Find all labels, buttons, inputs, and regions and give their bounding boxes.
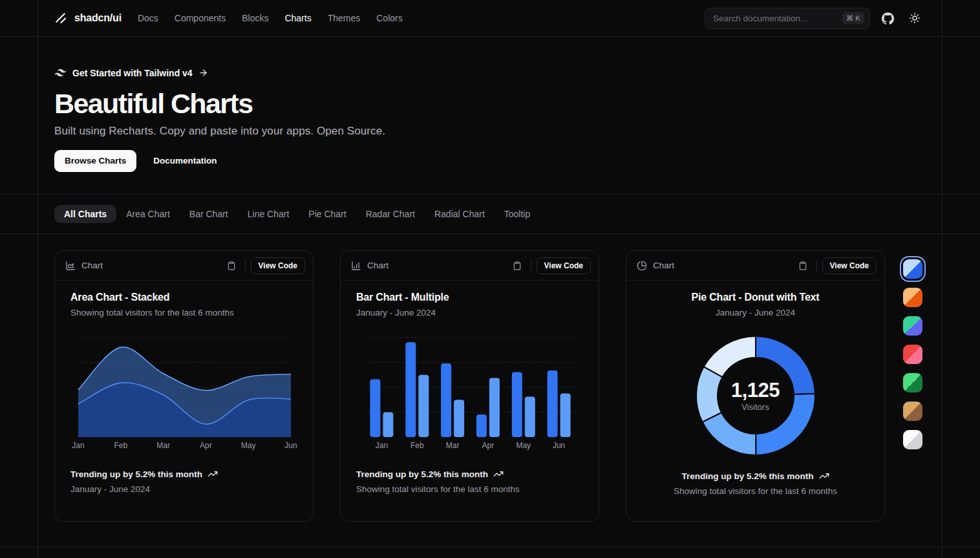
card-title: Area Chart - Stacked xyxy=(70,292,297,303)
theme-swatch-orange[interactable] xyxy=(903,288,922,307)
brand-name: shadcn/ui xyxy=(74,12,122,24)
header-actions: ⌘ K xyxy=(705,8,924,29)
tab-line-chart[interactable]: Line Chart xyxy=(238,205,299,223)
card-footer: Trending up by 5.2% this month January -… xyxy=(70,469,297,494)
chart-card-pie: Chart View Code Pie Chart - Donut with T… xyxy=(626,250,885,522)
chart-card-bar: Chart View Code Bar Chart - Multiple Jan… xyxy=(340,250,599,522)
card-footer: Trending up by 5.2% this month Showing t… xyxy=(642,471,869,496)
site-header: shadcn/ui Docs Components Blocks Charts … xyxy=(0,0,980,37)
svg-text:Mar: Mar xyxy=(446,441,460,450)
tab-radar-chart[interactable]: Radar Chart xyxy=(356,205,425,223)
github-button[interactable] xyxy=(878,8,897,28)
theme-toggle-button[interactable] xyxy=(905,8,924,28)
sun-icon xyxy=(909,12,921,24)
tab-pie-chart[interactable]: Pie Chart xyxy=(299,205,356,223)
view-code-button[interactable]: View Code xyxy=(251,257,305,274)
chart-cards: Chart View Code Area Chart - Stacked Sho… xyxy=(0,234,980,522)
svg-text:Apr: Apr xyxy=(482,441,495,450)
nav-charts[interactable]: Charts xyxy=(284,13,311,23)
svg-text:Mar: Mar xyxy=(156,441,170,450)
tab-tooltip[interactable]: Tooltip xyxy=(495,205,540,223)
chart-toolbar-label: Chart xyxy=(653,261,674,270)
theme-swatch-red[interactable] xyxy=(903,345,922,364)
chart-pie-icon xyxy=(637,261,647,271)
nav-colors[interactable]: Colors xyxy=(376,13,402,23)
arrow-right-icon xyxy=(198,68,208,78)
card-toolbar: Chart View Code xyxy=(341,251,599,281)
svg-text:Feb: Feb xyxy=(114,441,127,450)
card-description: January - June 2024 xyxy=(642,308,869,317)
copy-code-button[interactable] xyxy=(509,257,526,274)
theme-swatch-blue[interactable] xyxy=(903,259,922,279)
card-footer: Trending up by 5.2% this month Showing t… xyxy=(356,469,583,494)
card-title: Pie Chart - Donut with Text xyxy=(642,292,869,303)
toolbar-actions: View Code xyxy=(794,257,877,274)
search-box[interactable]: ⌘ K xyxy=(705,8,870,29)
trend-text: Trending up by 5.2% this month xyxy=(681,471,813,481)
card-body: Bar Chart - Multiple January - June 2024… xyxy=(341,281,599,494)
search-input[interactable] xyxy=(713,14,837,23)
trending-up-icon xyxy=(493,469,504,479)
toolbar-actions: View Code xyxy=(509,257,591,274)
chart-column-icon xyxy=(351,261,361,271)
nav-blocks[interactable]: Blocks xyxy=(242,13,268,23)
main-nav: Docs Components Blocks Charts Themes Col… xyxy=(138,13,403,23)
search-shortcut-kbd: ⌘ K xyxy=(842,12,864,24)
area-chart: JanFebMarAprMayJun xyxy=(70,331,299,451)
tab-area-chart[interactable]: Area Chart xyxy=(116,205,180,223)
hero-section: Get Started with Tailwind v4 Beautiful C… xyxy=(0,37,980,195)
hero-actions: Browse Charts Documentation xyxy=(54,150,980,172)
trend-text: Trending up by 5.2% this month xyxy=(356,469,488,479)
nav-components[interactable]: Components xyxy=(175,13,226,23)
announcement-link[interactable]: Get Started with Tailwind v4 xyxy=(54,67,208,79)
trend-text: Trending up by 5.2% this month xyxy=(70,469,202,479)
card-description: Showing total visitors for the last 6 mo… xyxy=(70,308,297,317)
view-code-button[interactable]: View Code xyxy=(537,257,591,274)
svg-text:Jan: Jan xyxy=(376,441,388,450)
documentation-button[interactable]: Documentation xyxy=(143,150,227,172)
card-body: Pie Chart - Donut with Text January - Ju… xyxy=(626,281,884,496)
theme-swatch-green[interactable] xyxy=(903,373,922,392)
donut-chart: 1,125 Visitors xyxy=(694,334,817,457)
tailwind-icon xyxy=(54,67,67,79)
section-divider xyxy=(0,546,980,547)
nav-docs[interactable]: Docs xyxy=(138,13,158,23)
card-toolbar: Chart View Code xyxy=(55,251,313,281)
card-toolbar: Chart View Code xyxy=(626,251,884,281)
svg-text:May: May xyxy=(241,441,256,450)
card-title: Bar Chart - Multiple xyxy=(356,292,583,303)
toolbar-separator xyxy=(245,261,246,271)
trending-up-icon xyxy=(819,471,829,481)
theme-swatch-amber[interactable] xyxy=(903,402,922,421)
chart-toolbar-label: Chart xyxy=(81,261,103,270)
footer-caption: January - June 2024 xyxy=(70,484,297,494)
view-code-button[interactable]: View Code xyxy=(822,257,877,274)
copy-code-button[interactable] xyxy=(794,257,811,274)
announcement-text: Get Started with Tailwind v4 xyxy=(72,68,193,78)
theme-swatch-rainbow[interactable] xyxy=(903,316,922,336)
toolbar-separator xyxy=(816,261,817,271)
copy-code-button[interactable] xyxy=(223,257,240,274)
chart-area-icon xyxy=(65,261,76,271)
theme-swatch-mono[interactable] xyxy=(903,430,922,449)
svg-text:Apr: Apr xyxy=(200,441,212,450)
toolbar-separator xyxy=(531,261,531,271)
tab-all-charts[interactable]: All Charts xyxy=(54,205,116,223)
clipboard-icon xyxy=(798,261,807,270)
footer-caption: Showing total visitors for the last 6 mo… xyxy=(356,484,583,494)
chart-filter-tabs: All Charts Area Chart Bar Chart Line Cha… xyxy=(0,195,980,234)
bar-chart: JanFebMarAprMayJun xyxy=(356,331,584,451)
clipboard-icon xyxy=(227,261,236,270)
footer-caption: Showing total visitors for the last 6 mo… xyxy=(642,486,869,496)
browse-charts-button[interactable]: Browse Charts xyxy=(54,150,136,172)
clipboard-icon xyxy=(513,261,522,270)
tab-bar-chart[interactable]: Bar Chart xyxy=(180,205,238,223)
trending-up-icon xyxy=(208,469,218,479)
chart-card-area: Chart View Code Area Chart - Stacked Sho… xyxy=(54,250,314,522)
svg-text:Jun: Jun xyxy=(284,441,297,450)
nav-themes[interactable]: Themes xyxy=(328,13,361,23)
brand-link[interactable]: shadcn/ui xyxy=(54,12,122,25)
svg-text:Jun: Jun xyxy=(553,441,565,450)
tab-radial-chart[interactable]: Radial Chart xyxy=(425,205,495,223)
github-icon xyxy=(882,12,894,25)
